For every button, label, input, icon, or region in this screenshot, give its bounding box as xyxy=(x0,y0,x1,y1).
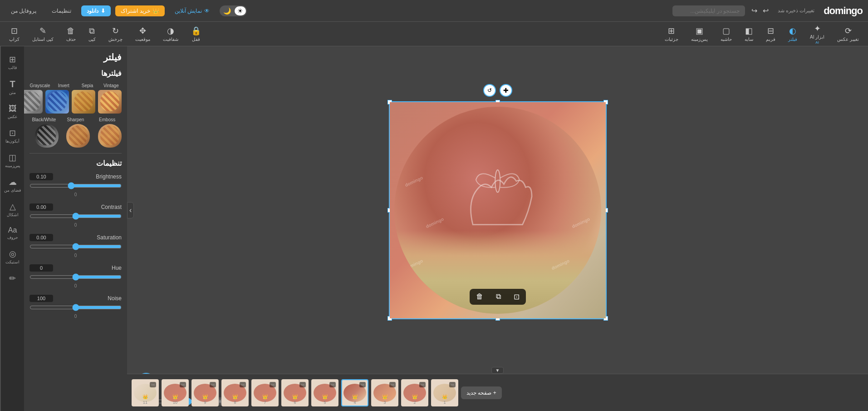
nav-sticker[interactable]: ◎ استیکت xyxy=(1,245,24,268)
border-icon: ▢ xyxy=(722,26,730,36)
page-thumb-8[interactable]: 8 ··· 👑 xyxy=(221,379,249,406)
page-thumb-9[interactable]: 9 ··· 👑 xyxy=(191,379,219,406)
contrast-slider[interactable] xyxy=(29,213,122,220)
filter-sharpen[interactable] xyxy=(66,124,90,148)
page-thumb-1[interactable]: 1 ··· 👑 xyxy=(431,379,458,406)
brightness-value[interactable] xyxy=(29,173,53,180)
saturation-slider[interactable] xyxy=(29,243,122,250)
nav-myspace[interactable]: ☁ فضای من xyxy=(1,173,24,196)
add-element-button[interactable]: ✚ xyxy=(500,84,512,97)
nav-photo[interactable]: 🖼 عکس xyxy=(1,100,24,123)
filter-invert[interactable] xyxy=(45,90,69,114)
download-icon: ⬇ xyxy=(101,8,105,14)
nav-background[interactable]: ◫ پس‌زمینه xyxy=(1,149,24,172)
tool-ai[interactable]: ✦ ابزار AI AI xyxy=(810,24,824,45)
tool-border[interactable]: ▢ حاشیه xyxy=(721,26,732,42)
reset-rotation-button[interactable]: ↺ xyxy=(483,84,496,97)
tool-style-copy[interactable]: ✎ کپی استایل xyxy=(32,26,54,42)
filter-bw[interactable] xyxy=(35,124,59,148)
panel-title: فیلتر xyxy=(29,52,122,63)
page-thumb-5[interactable]: 5 ··· 👑 xyxy=(311,379,338,406)
tool-shadow[interactable]: ◧ سایه xyxy=(745,26,753,42)
nav-shapes[interactable]: △ اشکال xyxy=(1,198,24,221)
right-sidebar: فیلتر فیلترها Vintage Sepia Invert Grays… xyxy=(0,46,127,411)
letters-icon: Aa xyxy=(8,226,17,234)
template-icon: ⊞ xyxy=(9,54,16,64)
filter-sepia[interactable] xyxy=(72,90,95,114)
float-crop-button[interactable]: ⊡ xyxy=(507,289,526,305)
page-thumb-4[interactable]: 4 ··· 👑 xyxy=(341,379,368,406)
nav-letters[interactable]: Aa حروف xyxy=(1,223,24,243)
filter-emboss[interactable] xyxy=(98,124,122,148)
profile-button[interactable]: پروفایل من xyxy=(5,5,42,16)
text-icon: T xyxy=(10,79,15,89)
add-page-button[interactable]: + صفحه جدید xyxy=(461,386,502,399)
redo-button[interactable]: ↪ xyxy=(750,5,759,16)
details-icon: ⊞ xyxy=(668,26,675,36)
float-delete-button[interactable]: 🗑 xyxy=(470,289,490,305)
tool-copy[interactable]: ⧉ کپی xyxy=(88,26,96,42)
filter-grayscale[interactable] xyxy=(24,90,43,114)
subscribe-button[interactable]: 👑 خرید اشتراک xyxy=(115,5,164,16)
tool-delete[interactable]: 🗑 حذف xyxy=(66,26,76,42)
page-thumb-7[interactable]: 7 ··· 👑 xyxy=(251,379,279,406)
shadow-icon: ◧ xyxy=(745,26,753,36)
hue-value[interactable] xyxy=(29,264,53,272)
tool-filter[interactable]: ◐ فیلتر xyxy=(788,26,797,42)
hue-slider[interactable] xyxy=(29,273,122,281)
float-copy-button[interactable]: ⧉ xyxy=(490,289,507,305)
tool-edit-photo[interactable]: ⟳ تغییر عکس xyxy=(837,26,859,42)
filter-labels-row1: Vintage Sepia Invert Grayscale xyxy=(29,83,122,88)
page-thumb-10[interactable]: 10 ··· 👑 xyxy=(162,379,189,406)
download-button[interactable]: ⬇ دانلود xyxy=(81,5,111,16)
settings-section-title: تنظیمات xyxy=(29,159,122,168)
lock-icon: 🔒 xyxy=(191,26,201,36)
undo-button[interactable]: ↩ xyxy=(761,5,770,16)
page-thumb-6[interactable]: 6 ··· 👑 xyxy=(281,379,309,406)
tool-rotate[interactable]: ↻ چرخش xyxy=(108,26,123,42)
canvas-frame[interactable]: domingo domingo domingo domingo domingo … xyxy=(389,101,607,319)
contrast-value[interactable] xyxy=(29,203,53,211)
sticker-icon: ◎ xyxy=(9,249,16,259)
icons-icon: ⊡ xyxy=(9,128,16,138)
tool-lock[interactable]: 🔒 قفل xyxy=(191,26,201,42)
noise-slider[interactable] xyxy=(29,304,122,311)
tool-position[interactable]: ✥ موقعیت xyxy=(135,26,150,42)
illustration-svg xyxy=(436,138,560,262)
page-thumb-3[interactable]: 3 ··· 👑 xyxy=(371,379,398,406)
canvas-image: domingo domingo domingo domingo domingo … xyxy=(390,102,606,318)
brightness-slider[interactable] xyxy=(29,182,122,189)
page-thumb-2[interactable]: 2 ··· 👑 xyxy=(401,379,428,406)
collapse-bottom-button[interactable]: ▼ xyxy=(491,367,504,374)
filter-labels-row2: Emboss Sharpen Black/White xyxy=(29,117,122,122)
eye-icon: 👁 xyxy=(204,8,210,14)
nav-pencil[interactable]: ✏ xyxy=(1,270,24,287)
myspace-icon: ☁ xyxy=(9,177,17,187)
light-mode-icon[interactable]: ☀ xyxy=(235,6,246,15)
contrast-setting: Contrast 0 xyxy=(29,203,122,228)
noise-value[interactable] xyxy=(29,295,53,302)
brightness-zero: 0 xyxy=(29,192,122,197)
nav-text[interactable]: T متن xyxy=(1,75,24,99)
nav-template[interactable]: ⊞ قالب xyxy=(1,51,24,74)
collapse-panel-button[interactable]: › xyxy=(127,202,134,218)
topnav: domingo تغییرات ذخیره شد ↩ ↪ ☀ 🌙 👁 نمایش… xyxy=(0,0,868,22)
delete-icon: 🗑 xyxy=(67,26,75,36)
tool-crop[interactable]: ⊡ کراپ xyxy=(9,26,20,42)
online-button[interactable]: 👁 نمایش آنلاین xyxy=(169,5,215,16)
tool-details[interactable]: ⊞ جزئیات xyxy=(665,26,678,42)
settings-button[interactable]: تنظیمات xyxy=(46,5,77,16)
saturation-value[interactable] xyxy=(29,234,53,241)
page-thumb-11[interactable]: 11 ··· 👑 xyxy=(132,379,159,406)
ai-icon: ✦ xyxy=(814,24,821,34)
nav-icons[interactable]: ⊡ آیکون‌ها xyxy=(1,124,24,147)
dark-mode-icon[interactable]: 🌙 xyxy=(221,6,234,15)
tool-transparency[interactable]: ◑ شفافیت xyxy=(163,26,178,42)
search-input[interactable] xyxy=(672,5,745,16)
theme-toggle[interactable]: ☀ 🌙 xyxy=(220,5,247,16)
filter-thumbs-row2 xyxy=(29,124,122,148)
tool-frame[interactable]: ⊟ فریم xyxy=(766,26,775,42)
filter-vintage[interactable] xyxy=(98,90,122,114)
tool-background[interactable]: ▣ پس‌زمینه xyxy=(691,26,708,42)
noise-label: Noise xyxy=(108,295,122,302)
